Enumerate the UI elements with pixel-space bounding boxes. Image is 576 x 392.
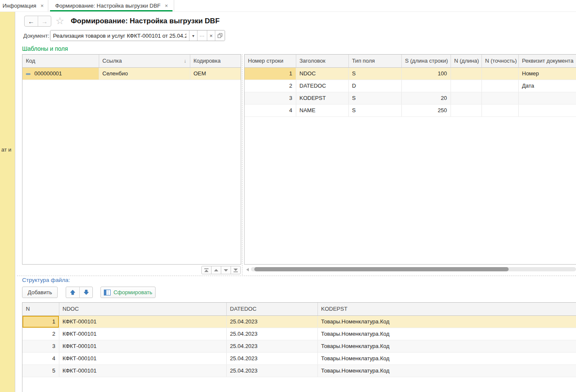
forward-button[interactable]: →	[38, 16, 51, 26]
cell[interactable]: 4	[22, 352, 59, 364]
cell[interactable]: 4	[245, 104, 296, 116]
column-header[interactable]: DATEDOC	[226, 303, 317, 315]
cell[interactable]	[451, 104, 481, 116]
table-row[interactable]: 2DATEDOCDДата	[245, 80, 576, 92]
table-row[interactable]: 1КФКТ-00010125.04.2023Товары.Номенклатур…	[22, 315, 576, 328]
cell[interactable]: Товары.Номенклатура.Код	[317, 340, 576, 352]
cell[interactable]: KODEPST	[296, 92, 348, 104]
cell[interactable]: NDOC	[296, 67, 348, 80]
tab-information[interactable]: Информация ×	[0, 0, 48, 11]
table-row[interactable]: 5КФКТ-00010125.04.2023Товары.Номенклатур…	[22, 364, 576, 377]
dropdown-button[interactable]: ▾	[189, 30, 197, 41]
cell[interactable]: 3	[245, 92, 296, 104]
go-top-button[interactable]	[201, 266, 211, 274]
column-header[interactable]: N (точность)	[481, 55, 518, 67]
scrollbar-track[interactable]	[251, 267, 576, 271]
choose-button[interactable]: ...	[197, 30, 207, 41]
back-button[interactable]: ←	[25, 16, 38, 26]
cell[interactable]: 2	[22, 328, 59, 340]
cell[interactable]: D	[348, 80, 401, 92]
cell[interactable]: OEM	[190, 67, 241, 80]
cell[interactable]: Номер	[518, 67, 576, 80]
cell[interactable]: Товары.Номенклатура.Код	[317, 328, 576, 340]
cell[interactable]: 5	[22, 364, 59, 377]
column-header[interactable]: KODEPST	[317, 303, 576, 315]
cell[interactable]: 000000001	[22, 67, 99, 80]
clear-button[interactable]: ×	[207, 30, 215, 41]
cell[interactable]: Товары.Номенклатура.Код	[317, 352, 576, 364]
cell[interactable]: 20	[401, 92, 451, 104]
open-button[interactable]	[215, 30, 225, 41]
cell[interactable]	[451, 67, 481, 80]
close-icon[interactable]: ×	[41, 3, 44, 9]
table-row[interactable]: 3KODEPSTS20	[245, 92, 576, 104]
cell[interactable]: 2	[245, 80, 296, 92]
cell[interactable]: 25.04.2023	[226, 352, 317, 364]
column-header[interactable]: Ссылка↓	[99, 55, 190, 67]
vertical-splitter[interactable]	[242, 54, 242, 275]
column-header[interactable]: Тип поля	[348, 55, 401, 67]
table-row[interactable]: 000000001СеленбиоOEM	[22, 67, 241, 80]
cell[interactable]: 100	[401, 67, 451, 80]
row-up-button[interactable]	[66, 287, 79, 298]
column-header[interactable]: N (длина)	[451, 55, 481, 67]
cell[interactable]: КФКТ-000101	[59, 352, 226, 364]
table-row[interactable]: 3КФКТ-00010125.04.2023Товары.Номенклатур…	[22, 340, 576, 352]
cell[interactable]: Товары.Номенклатура.Код	[317, 315, 576, 328]
close-icon[interactable]: ×	[165, 3, 168, 9]
table-row[interactable]: 4КФКТ-00010125.04.2023Товары.Номенклатур…	[22, 352, 576, 364]
column-header[interactable]: S (длина строки)	[401, 55, 451, 67]
table-row[interactable]: 2КФКТ-00010125.04.2023Товары.Номенклатур…	[22, 328, 576, 340]
column-header[interactable]: Кодировка	[190, 55, 241, 67]
table-row[interactable]: 4NAMES250	[245, 104, 576, 116]
cell[interactable]: S	[348, 67, 401, 80]
go-bottom-button[interactable]	[231, 266, 241, 274]
cell[interactable]	[481, 67, 518, 80]
column-header[interactable]: Заголовок	[296, 55, 348, 67]
add-button[interactable]: Добавить	[22, 287, 58, 298]
cell[interactable]: Селенбио	[99, 67, 190, 80]
table-row[interactable]: 1NDOCS100Номер	[245, 67, 576, 80]
cell[interactable]: S	[348, 92, 401, 104]
cell[interactable]	[451, 92, 481, 104]
move-up-button[interactable]	[211, 266, 221, 274]
cell[interactable]: КФКТ-000101	[59, 364, 226, 377]
generate-button[interactable]: Сформировать	[100, 287, 156, 298]
cell[interactable]: КФКТ-000101	[59, 340, 226, 352]
cell[interactable]	[401, 80, 451, 92]
cell[interactable]: КФКТ-000101	[59, 328, 226, 340]
cell[interactable]: 250	[401, 104, 451, 116]
cell[interactable]: Дата	[518, 80, 576, 92]
document-input[interactable]	[50, 30, 189, 41]
column-header[interactable]: NDOC	[59, 303, 226, 315]
cell[interactable]	[481, 92, 518, 104]
column-header[interactable]: Номер строки	[245, 55, 296, 67]
cell[interactable]	[451, 80, 481, 92]
cell[interactable]: 3	[22, 340, 59, 352]
cell[interactable]: 25.04.2023	[226, 364, 317, 377]
move-down-button[interactable]	[221, 266, 231, 274]
column-header[interactable]: N	[22, 303, 59, 315]
scrollbar-thumb[interactable]	[254, 267, 509, 271]
cell[interactable]	[481, 80, 518, 92]
cell[interactable]: NAME	[296, 104, 348, 116]
cell[interactable]	[481, 104, 518, 116]
cell[interactable]	[518, 104, 576, 116]
cell[interactable]: 25.04.2023	[226, 315, 317, 328]
cell[interactable]: 25.04.2023	[226, 340, 317, 352]
row-down-button[interactable]	[79, 287, 92, 298]
horizontal-splitter[interactable]	[17, 276, 576, 276]
column-header[interactable]: Реквизит документа	[518, 55, 576, 67]
cell[interactable]: S	[348, 104, 401, 116]
tab-dbf-export[interactable]: Формирование: Настройка выгрузки DBF ×	[48, 0, 174, 11]
cell[interactable]	[518, 92, 576, 104]
cell[interactable]: 25.04.2023	[226, 328, 317, 340]
column-header[interactable]: Код	[22, 55, 99, 67]
scroll-left-button[interactable]	[245, 267, 250, 272]
cell[interactable]: DATEDOC	[296, 80, 348, 92]
cell[interactable]: 1	[22, 315, 59, 328]
cell[interactable]: 1	[245, 67, 296, 80]
favorite-star-icon[interactable]: ☆	[56, 15, 64, 27]
cell[interactable]: КФКТ-000101	[59, 315, 226, 328]
cell[interactable]: Товары.Номенклатура.Код	[317, 364, 576, 377]
